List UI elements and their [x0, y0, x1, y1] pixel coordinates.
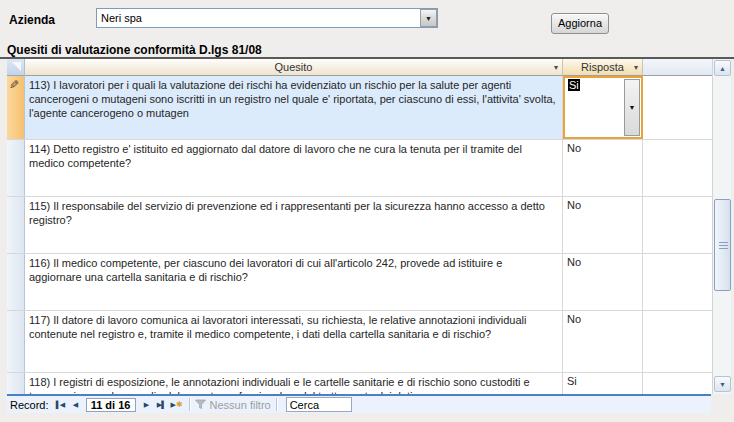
risposta-value: Si: [568, 79, 580, 91]
datasheet-grid: Quesito ▾ Risposta ▾ ✎ 113) I lavoratori…: [7, 59, 712, 394]
navbar-separator: [276, 398, 277, 411]
risposta-cell[interactable]: No ▼: [563, 254, 643, 310]
table-row: ✎ 114) Detto registro e' istituito ed ag…: [7, 140, 712, 197]
scroll-down-icon[interactable]: ▼: [714, 376, 731, 392]
table-row: ✎ 113) I lavoratori per i quali la valut…: [7, 76, 712, 140]
aggiorna-button[interactable]: Aggiorna: [551, 13, 609, 34]
risposta-value: No: [567, 256, 581, 268]
risposta-cell[interactable]: Si ▼: [563, 373, 643, 394]
filter-status-label: Nessun filtro: [210, 399, 271, 411]
column-header-risposta[interactable]: Risposta ▾: [563, 59, 643, 76]
record-selector[interactable]: ✎: [7, 311, 25, 372]
risposta-value: Si: [567, 375, 577, 387]
risposta-cell[interactable]: No ▼: [563, 197, 643, 253]
table-row: ✎ 118) I registri di esposizione, le ann…: [7, 373, 712, 394]
quesito-filter-arrow-icon[interactable]: ▾: [554, 63, 558, 72]
vertical-scrollbar[interactable]: ▲ ▼: [712, 59, 731, 394]
quesito-cell[interactable]: 118) I registri di esposizione, le annot…: [25, 373, 563, 394]
quesito-cell[interactable]: 114) Detto registro e' istituito ed aggi…: [25, 140, 563, 196]
filter-status-button[interactable]: Nessun filtro: [195, 399, 271, 411]
table-row: ✎ 116) Il medico competente, per ciascun…: [7, 254, 712, 311]
new-record-star-icon: ✱: [176, 400, 182, 409]
column-header-quesito[interactable]: Quesito ▾: [25, 59, 563, 76]
risposta-value: No: [567, 142, 581, 154]
risposta-value: No: [567, 313, 581, 325]
quesito-cell[interactable]: 113) I lavoratori per i quali la valutaz…: [25, 76, 563, 139]
record-selector[interactable]: ✎: [7, 140, 25, 196]
scrollbar-grip: [719, 242, 728, 243]
column-header-quesito-label: Quesito: [275, 61, 313, 73]
last-record-icon[interactable]: ▶▌: [154, 398, 169, 412]
quesito-cell[interactable]: 115) Il responsabile del servizio di pre…: [25, 197, 563, 253]
quesito-cell[interactable]: 117) Il datore di lavoro comunica ai lav…: [25, 311, 563, 372]
funnel-icon: [195, 399, 206, 410]
select-all-corner[interactable]: [7, 59, 25, 76]
next-record-icon[interactable]: ▶: [139, 398, 154, 412]
record-selector[interactable]: ✎: [7, 197, 25, 253]
row-filler: [643, 76, 712, 139]
navbar-separator: [189, 398, 190, 411]
risposta-filter-arrow-icon[interactable]: ▾: [634, 63, 638, 72]
scrollbar-thumb[interactable]: [714, 199, 731, 291]
header-row: Quesito ▾ Risposta ▾: [7, 59, 712, 76]
azienda-combobox-value: Neri spa: [97, 12, 420, 24]
risposta-dropdown-icon[interactable]: ▼: [624, 79, 640, 136]
risposta-cell[interactable]: No ▼: [563, 311, 643, 372]
record-selector[interactable]: ✎: [7, 373, 25, 394]
record-position-input[interactable]: 11 di 16: [86, 398, 136, 412]
row-filler: [643, 197, 712, 253]
record-selector[interactable]: ✎: [7, 254, 25, 310]
risposta-cell[interactable]: No ▼: [563, 140, 643, 196]
chevron-down-icon[interactable]: ▼: [420, 9, 437, 27]
row-filler: [643, 140, 712, 196]
azienda-combobox[interactable]: Neri spa ▼: [96, 8, 438, 28]
row-filler: [643, 254, 712, 310]
risposta-cell[interactable]: Si ▼: [563, 76, 643, 139]
scroll-up-icon[interactable]: ▲: [714, 60, 731, 76]
first-record-icon[interactable]: ▌◀: [53, 398, 68, 412]
table-row: ✎ 117) Il datore di lavoro comunica ai l…: [7, 311, 712, 373]
risposta-value: No: [567, 199, 581, 211]
table-body: ✎ 113) I lavoratori per i quali la valut…: [7, 76, 712, 394]
row-filler: [643, 373, 712, 394]
quesito-cell[interactable]: 116) Il medico competente, per ciascuno …: [25, 254, 563, 310]
row-filler: [643, 311, 712, 372]
record-selector[interactable]: ✎: [7, 76, 25, 139]
previous-record-icon[interactable]: ◀: [68, 398, 83, 412]
edit-pencil-icon: ✎: [9, 78, 19, 92]
table-row: ✎ 115) Il responsabile del servizio di p…: [7, 197, 712, 254]
section-title: Quesiti di valutazione conformità D.lgs …: [7, 43, 262, 57]
azienda-label: Azienda: [9, 13, 55, 27]
header-filler: [643, 59, 712, 76]
datasheet: Quesito ▾ Risposta ▾ ✎ 113) I lavoratori…: [7, 59, 731, 394]
column-header-risposta-label: Risposta: [581, 61, 624, 73]
new-record-icon[interactable]: ▶✱: [169, 398, 184, 412]
record-label: Record:: [10, 399, 49, 411]
select-all-triangle-icon: [12, 62, 21, 71]
record-navigation-bar: Record: ▌◀ ◀ 11 di 16 ▶ ▶▌ ▶✱ Nessun fil…: [7, 394, 711, 413]
record-search-input[interactable]: Cerca: [286, 397, 352, 412]
